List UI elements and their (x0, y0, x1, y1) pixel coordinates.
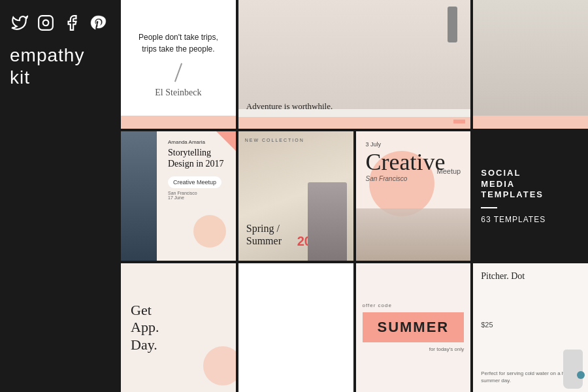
event-date: 3 July (366, 141, 461, 148)
peach-accent (453, 120, 465, 123)
card-row1-col4 (473, 0, 588, 129)
peach-circle (193, 215, 226, 248)
card-no-place-quote (238, 263, 353, 392)
social-line1: SOCIAL (481, 168, 580, 179)
template-count: 63 TEMPLATES (481, 215, 580, 224)
twitter-icon[interactable] (10, 13, 29, 33)
fashion-figure (308, 182, 347, 261)
quote-signature: El Steinbeck (155, 88, 201, 98)
app-text: GetApp.Day. (131, 302, 226, 353)
spring-title: Spring / Summer (246, 222, 282, 247)
card-spring: NEW COLLECTION Spring / Summer 2017 (238, 131, 353, 260)
card-summer: offer code SUMMER for today's only (356, 263, 471, 392)
portrait-bg (121, 131, 157, 260)
brand-title: empathy kit (10, 44, 111, 88)
pinterest-icon[interactable] (88, 13, 108, 33)
dot-accent (577, 371, 585, 379)
top-right-peach-strip (473, 116, 588, 129)
bridge-image (356, 208, 471, 261)
card-get-app: GetApp.Day. (121, 263, 236, 392)
adventure-text: Adventure is worthwhile. (246, 101, 333, 112)
vase-shape (563, 350, 583, 389)
summer-text: SUMMER (373, 319, 454, 336)
adventure-image (238, 0, 471, 109)
decorative-line (174, 63, 182, 82)
card-quote-trips: People don't take trips, trips take the … (121, 0, 236, 129)
facebook-icon[interactable] (62, 13, 82, 33)
corner-triangle (216, 131, 236, 151)
pitcher-title: Pitcher. Dot (481, 271, 580, 282)
offer-label: offer code (363, 302, 392, 308)
card-storytelling: Amanda Amaria Storytelling Design in 201… (121, 131, 236, 260)
today-label: for today's only (429, 346, 465, 352)
summer-box: SUMMER (363, 312, 465, 342)
creative-title: Creative (366, 150, 461, 174)
social-line3: TEMPLATES (481, 189, 580, 201)
peach-strip (121, 116, 236, 129)
card-adventure: Adventure is worthwhile. (238, 0, 471, 129)
story-photo (121, 131, 157, 260)
instagram-icon[interactable] (36, 13, 56, 33)
collection-label: NEW COLLECTION (245, 138, 304, 142)
sidebar: empathy kit (0, 0, 121, 392)
main-content-grid: People don't take trips, trips take the … (121, 0, 588, 392)
svg-rect-0 (39, 16, 53, 30)
quote-text: People don't take trips, trips take the … (131, 31, 226, 55)
card-creative-meetup: 3 July Creative San Francisco Meetup (356, 131, 471, 260)
app-circle-accent (203, 346, 236, 385)
adventure-peach-strip (238, 117, 471, 129)
story-title: Storytelling Design in 2017 (168, 148, 228, 170)
creative-badge: Creative Meetup (168, 176, 221, 188)
pitcher-price: $25 (481, 321, 580, 329)
location-date: San Francisco 17 June (168, 191, 228, 200)
card-social-info: SOCIAL MEDIA TEMPLATES 63 TEMPLATES (473, 131, 588, 260)
creative-content: 3 July Creative San Francisco (366, 141, 461, 182)
social-icons-row (10, 13, 111, 33)
social-line2: MEDIA (481, 179, 580, 190)
city-name: San Francisco (366, 175, 461, 182)
divider (481, 207, 497, 208)
figure-silhouette (448, 7, 457, 42)
top-right-image (473, 0, 588, 129)
card-pitcher: Pitcher. Dot $25 Perfect for serving col… (473, 263, 588, 392)
spring-text: Spring / Summer (246, 222, 282, 247)
